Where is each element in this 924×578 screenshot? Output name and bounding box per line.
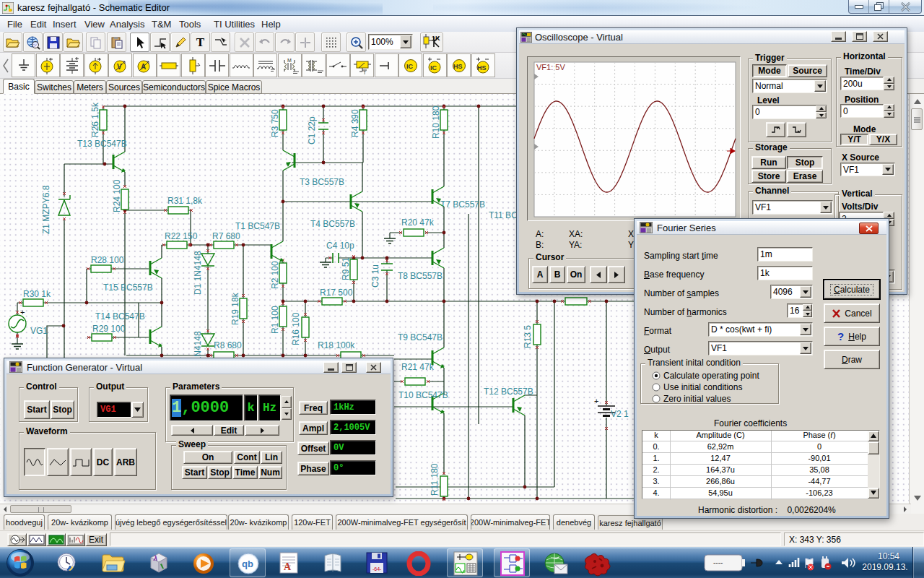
svg-text:T15 BC557B: T15 BC557B [103, 282, 153, 293]
svg-text:IC: IC [430, 64, 437, 72]
svg-text:T: T [363, 70, 367, 74]
svg-text:Z1 MZPY6.8: Z1 MZPY6.8 [41, 185, 51, 234]
svg-text:R9 51: R9 51 [341, 257, 351, 280]
svg-text:IC: IC [406, 63, 414, 70]
svg-text:R7 680: R7 680 [212, 231, 240, 241]
svg-text:T7 BC557B: T7 BC557B [440, 199, 485, 210]
svg-text:R1 100: R1 100 [270, 306, 280, 334]
svg-text:R17 500: R17 500 [320, 288, 353, 298]
svg-text:R21 47k: R21 47k [401, 362, 435, 372]
svg-text:C3 1u: C3 1u [370, 264, 380, 288]
svg-text:R31 1,8k: R31 1,8k [167, 196, 203, 206]
svg-text:R18 100k: R18 100k [318, 340, 355, 350]
svg-text:VG1: VG1 [30, 326, 48, 336]
svg-text:HS: HS [477, 64, 487, 72]
svg-text:----: ---- [713, 558, 723, 566]
svg-text:R8 680: R8 680 [214, 340, 242, 350]
svg-text:T1 BC547B: T1 BC547B [235, 221, 280, 231]
svg-text:R10 180: R10 180 [431, 105, 441, 139]
svg-text:1K: 1K [432, 35, 440, 42]
svg-text:R4 390: R4 390 [350, 109, 360, 137]
svg-text:R20 47k: R20 47k [401, 217, 435, 228]
svg-text:M: M [287, 58, 292, 63]
svg-text:A: A [284, 561, 292, 572]
svg-text:R16 100: R16 100 [291, 312, 301, 345]
svg-text:qb: qb [242, 558, 253, 569]
svg-text:R29 100: R29 100 [92, 324, 126, 334]
svg-text:T3 BC557B: T3 BC557B [300, 177, 344, 187]
svg-text:T10 BC547B: T10 BC547B [398, 390, 448, 400]
svg-text:R19 18k: R19 18k [230, 292, 240, 325]
svg-text:R3 750: R3 750 [270, 109, 280, 137]
svg-text:D1 1N4148: D1 1N4148 [193, 251, 203, 295]
svg-text:V2 1: V2 1 [611, 409, 629, 419]
svg-text:T13 BC547B: T13 BC547B [77, 139, 127, 149]
svg-text:C1 22p: C1 22p [307, 116, 317, 144]
svg-text:HS: HS [453, 63, 463, 70]
svg-text:R28 100: R28 100 [91, 255, 124, 265]
svg-text:R11 180: R11 180 [430, 463, 440, 496]
svg-text:R26 1,5k: R26 1,5k [90, 102, 100, 137]
svg-text:-64-: -64- [372, 566, 382, 571]
svg-text:R30 1k: R30 1k [23, 289, 51, 299]
svg-text:R13 5: R13 5 [523, 325, 533, 348]
svg-text:+: + [594, 397, 598, 405]
svg-text:C4 10p: C4 10p [326, 241, 354, 251]
svg-text:+: + [20, 308, 25, 316]
svg-text:R2 100: R2 100 [270, 261, 280, 289]
svg-text:T12 BC557B: T12 BC557B [484, 387, 533, 397]
svg-text:R24 100: R24 100 [112, 179, 122, 212]
svg-text:T9 BC547B: T9 BC547B [398, 332, 443, 342]
svg-text:T14 BC547B: T14 BC547B [95, 311, 145, 322]
svg-text:T4 BC557B: T4 BC557B [310, 219, 355, 229]
svg-text:R22 150: R22 150 [165, 231, 198, 241]
svg-text:T8 BC557B: T8 BC557B [398, 271, 443, 281]
svg-text:VF1: 5V: VF1: 5V [536, 63, 565, 72]
